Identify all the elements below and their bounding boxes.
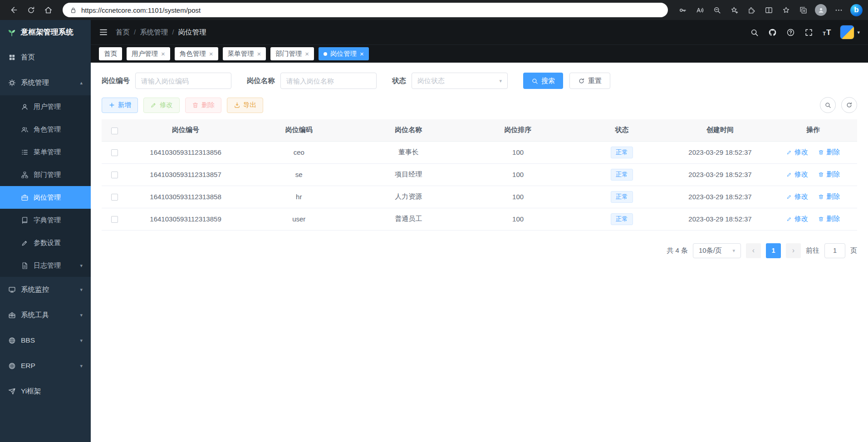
github-link[interactable] — [768, 28, 777, 37]
sidebar-item-role-mgmt[interactable]: 角色管理 — [0, 118, 91, 141]
post-code-input[interactable] — [135, 73, 231, 89]
favorites-button[interactable] — [778, 2, 794, 18]
read-aloud-button[interactable] — [691, 2, 708, 18]
tab-dept-mgmt[interactable]: 部门管理 × — [270, 47, 314, 60]
close-icon[interactable]: × — [360, 50, 364, 57]
split-screen-icon — [765, 6, 773, 15]
user-avatar-menu[interactable]: ▾ — [840, 25, 860, 39]
refresh-table-button[interactable] — [841, 97, 857, 113]
cell-post-code: se — [244, 163, 353, 186]
extensions-button[interactable] — [743, 2, 760, 18]
zoom-button[interactable] — [709, 2, 725, 18]
browser-home-button[interactable] — [40, 2, 56, 18]
select-all-checkbox[interactable] — [111, 128, 118, 134]
tab-menu-mgmt[interactable]: 菜单管理 × — [223, 47, 266, 60]
delete-button[interactable]: 删除 — [185, 98, 221, 113]
sidebar-item-post-mgmt[interactable]: 岗位管理 — [0, 186, 91, 209]
address-bar[interactable]: https://ccnetcore.com:1101/system/post — [63, 3, 668, 17]
tab-user-mgmt[interactable]: 用户管理 × — [127, 47, 170, 60]
sidebar-item-system-mgmt[interactable]: 系统管理 ▴ — [0, 70, 91, 95]
row-edit-button[interactable]: 修改 — [786, 170, 808, 179]
sidebar-item-log-mgmt[interactable]: 日志管理 ▾ — [0, 254, 91, 277]
breadcrumb: 首页 / 系统管理 / 岗位管理 — [116, 28, 206, 37]
post-name-input[interactable] — [280, 73, 377, 89]
github-icon — [768, 28, 777, 37]
status-badge: 正常 — [611, 213, 633, 225]
row-checkbox[interactable] — [111, 194, 118, 201]
next-page-button[interactable]: › — [786, 243, 801, 258]
sidebar-item-bbs[interactable]: BBS ▾ — [0, 328, 91, 353]
help-button[interactable] — [786, 28, 795, 37]
tab-home[interactable]: 首页 — [99, 47, 122, 60]
row-edit-button[interactable]: 修改 — [786, 148, 808, 157]
sidebar-item-dict-mgmt[interactable]: 字典管理 — [0, 209, 91, 231]
cell-post-id: 1641030593112313859 — [127, 208, 244, 230]
row-edit-button[interactable]: 修改 — [786, 215, 808, 223]
breadcrumb-separator: / — [172, 28, 174, 36]
sidebar-item-system-monitor[interactable]: 系统监控 ▾ — [0, 277, 91, 302]
sidebar-item-erp[interactable]: ERP ▾ — [0, 353, 91, 378]
row-checkbox[interactable] — [111, 172, 118, 178]
refresh-icon — [578, 78, 585, 84]
cell-post-id: 1641030593112313857 — [127, 163, 244, 186]
row-delete-button[interactable]: 删除 — [818, 215, 840, 223]
sidebar-item-yi-framework[interactable]: Yi框架 — [0, 378, 91, 404]
globe-icon — [8, 362, 16, 370]
font-size-button[interactable]: T T — [823, 29, 831, 36]
site-info-lock-icon[interactable] — [69, 6, 77, 14]
cell-created: 2023-03-29 18:52:37 — [671, 141, 769, 163]
toggle-search-button[interactable] — [820, 97, 836, 113]
sidebar-toggle-button[interactable] — [99, 28, 108, 37]
chevron-down-icon: ▾ — [80, 312, 83, 318]
table-row: 1641030593112313859 user 普通员工 100 正常 202… — [102, 208, 857, 230]
breadcrumb-system-mgmt[interactable]: 系统管理 — [140, 28, 168, 37]
split-screen-button[interactable] — [760, 2, 777, 18]
table-header-row: 岗位编号 岗位编码 岗位名称 岗位排序 状态 创建时间 操作 — [102, 119, 857, 141]
row-delete-button[interactable]: 删除 — [818, 170, 840, 179]
close-icon[interactable]: × — [305, 50, 309, 57]
header-actions: T T ▾ — [750, 25, 860, 39]
browser-refresh-button[interactable] — [23, 2, 39, 18]
password-key-button[interactable] — [674, 2, 691, 18]
add-button[interactable]: 新增 — [102, 98, 138, 113]
header-search-button[interactable] — [750, 28, 759, 37]
row-checkbox[interactable] — [111, 216, 118, 223]
page-size-select[interactable]: 10条/页 ▾ — [693, 243, 741, 258]
close-icon[interactable]: × — [161, 50, 165, 57]
export-button[interactable]: 导出 — [227, 98, 263, 113]
reset-button[interactable]: 重置 — [569, 73, 610, 89]
sidebar-item-dept-mgmt[interactable]: 部门管理 — [0, 163, 91, 186]
extensions-puzzle-icon — [747, 6, 756, 15]
fullscreen-button[interactable] — [804, 28, 813, 37]
row-edit-button[interactable]: 修改 — [786, 192, 808, 201]
sidebar-item-system-tools[interactable]: 系统工具 ▾ — [0, 302, 91, 328]
edit-button[interactable]: 修改 — [143, 98, 180, 113]
tab-post-mgmt[interactable]: 岗位管理 × — [319, 47, 369, 60]
browser-menu-button[interactable] — [830, 2, 847, 18]
user-icon — [21, 103, 29, 111]
search-button[interactable]: 搜索 — [523, 73, 563, 89]
pagination: 共 4 条 10条/页 ▾ ‹ 1 › 前往 页 — [102, 243, 857, 258]
sidebar-item-menu-mgmt[interactable]: 菜单管理 — [0, 141, 91, 163]
sidebar-item-home[interactable]: 首页 — [0, 44, 91, 70]
sidebar-item-param-settings[interactable]: 参数设置 — [0, 231, 91, 254]
bing-copilot-button[interactable]: b — [850, 4, 863, 16]
browser-back-button[interactable] — [5, 2, 22, 18]
breadcrumb-home[interactable]: 首页 — [116, 28, 130, 37]
row-checkbox[interactable] — [111, 149, 118, 156]
browser-profile-avatar[interactable] — [815, 4, 827, 16]
sidebar-item-user-mgmt[interactable]: 用户管理 — [0, 95, 91, 118]
status-select[interactable]: 岗位状态 ▾ — [412, 73, 508, 89]
collections-button[interactable] — [795, 2, 811, 18]
tab-role-mgmt[interactable]: 角色管理 × — [175, 47, 218, 60]
system-mgmt-submenu: 用户管理 角色管理 菜单管理 部门管理 岗位管理 — [0, 95, 91, 277]
row-delete-button[interactable]: 删除 — [818, 192, 840, 201]
app-window: 意框架管理系统 首页 系统管理 ▴ 用户管理 角色管理 — [0, 20, 868, 442]
row-delete-button[interactable]: 删除 — [818, 148, 840, 157]
prev-page-button[interactable]: ‹ — [746, 243, 761, 258]
goto-page-input[interactable] — [824, 243, 845, 258]
page-number-1[interactable]: 1 — [766, 243, 781, 258]
close-icon[interactable]: × — [209, 50, 213, 57]
add-favorite-button[interactable] — [726, 2, 742, 18]
close-icon[interactable]: × — [257, 50, 261, 57]
